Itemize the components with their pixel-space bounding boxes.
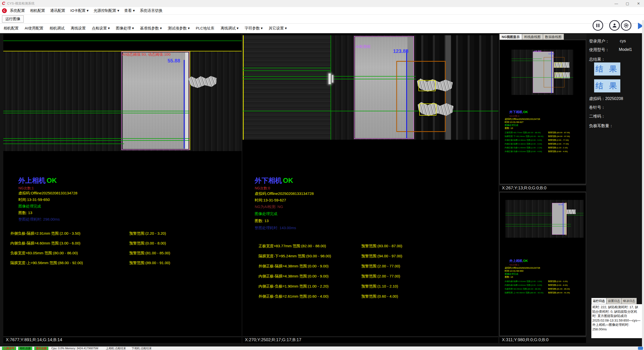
overlay-line-green xyxy=(242,111,498,111)
measurement-text: 外侧正极-隔膜=4.38mm 范围:(0.00 - 9.00) xyxy=(259,264,329,269)
menu-item-language-switch[interactable]: 系统语言切换 xyxy=(140,8,163,13)
measurement-text: 隔膜宽度-上=90.56mm 范围:(88.00 - 92.00) xyxy=(10,261,83,265)
tab-data-curve[interactable]: 数据曲线图 xyxy=(543,34,564,40)
overlay-line-yellow xyxy=(190,51,190,150)
detect-box-yellow xyxy=(419,103,436,116)
measure-line-blue xyxy=(563,202,563,235)
menu-item-comm-config[interactable]: 通讯配置 xyxy=(50,8,65,13)
measurement-text: 正极宽度=83.77mm 范围:(82.00 - 88.00) xyxy=(259,244,326,249)
electrode-sheet xyxy=(123,52,185,149)
maximize-icon[interactable]: ▢ xyxy=(622,0,633,7)
minimize-icon[interactable]: — xyxy=(611,0,622,7)
measure-line-blue xyxy=(551,51,552,93)
measurement-text: 内侧负极-隔膜=4.60mm 范围:(3.00 - 6.00) xyxy=(10,241,80,246)
lower-camera-status: 下相机:点检结束 xyxy=(132,346,152,350)
measurement-warn: 预警范围:(0.00 - 8.00) xyxy=(129,241,166,246)
measurement-warn: 预警范围:(81.00 - 85.00) xyxy=(548,288,570,290)
frame-count-text: 图数: 13 xyxy=(505,275,513,279)
model-value: Model1 xyxy=(619,47,632,52)
measurement-warn: 预警范围:(81.00 - 85.00) xyxy=(129,251,170,256)
menu-item-camera-config[interactable]: 相机配置 xyxy=(30,8,45,13)
cursor-coordinates: X:267;Y:13;R:0;G:0;B:0 xyxy=(502,186,546,191)
overlay-line-green xyxy=(3,138,190,139)
process-time-text: 整图处理耗时: 143.00ms xyxy=(255,226,296,230)
tool-other-settings[interactable]: 其它设置 ▾ xyxy=(269,26,287,31)
preview-tabs: NG视图显示 料线曲线图 数据曲线图 xyxy=(499,34,587,40)
tool-ai-use-config[interactable]: AI使用配置 xyxy=(25,26,43,31)
tab-run-log[interactable]: 运行日志 xyxy=(591,298,606,304)
edge-value-text: 55.88 xyxy=(168,58,180,64)
tool-char-params[interactable]: 字符参数 ▾ xyxy=(245,26,263,31)
roll-needle-label: 卷针号： xyxy=(589,105,605,110)
measurement-text: 内侧负极-隔膜=4.60mm 范围:(3.00 - 6.00) xyxy=(505,284,542,287)
tab-run-image[interactable]: 运行图像 xyxy=(2,15,24,23)
upper-camera-status: 上相机:点检结束 xyxy=(106,346,126,350)
ng-count-text: NG次数:1 xyxy=(18,186,34,191)
measurement-warn: 预警范围:(89.00 - 91.00) xyxy=(548,291,570,294)
result-badge-1: 结 果 xyxy=(594,62,620,76)
measurement-warn: 预警范围:(94.00 - 97.00) xyxy=(361,254,402,259)
right-camera-image[interactable]: AI检测框 123.88 xyxy=(242,35,498,140)
tool-image-processing[interactable]: 图像处理 ▾ xyxy=(116,26,134,31)
roi-box-pink xyxy=(121,51,189,150)
preview-image: AI检测框 123.88 xyxy=(511,50,573,95)
ng-count-text: NG次数:0 xyxy=(255,186,270,191)
tool-spot-check-setting[interactable]: 点检设置 ▾ xyxy=(92,26,110,31)
ai-box-label: AI检测框 xyxy=(534,50,542,53)
model-label: 使用型号： xyxy=(589,47,609,53)
scrollbar-track[interactable] xyxy=(642,20,644,346)
left-camera-image[interactable]: AI动态阈值:93, 动态阈值:100 55.88 xyxy=(3,51,242,151)
overlay-line-green xyxy=(3,113,190,113)
tool-camera-config[interactable]: 相机配置 xyxy=(4,26,19,31)
tool-baseline-params[interactable]: 基准线参数 ▾ xyxy=(140,26,162,31)
menu-item-light-config[interactable]: 光源控制配置 ▾ xyxy=(94,8,119,13)
resize-grip[interactable] xyxy=(638,347,643,350)
close-icon[interactable]: ✕ xyxy=(633,0,644,7)
ai-threshold-text: AI动态阈值:93, 动态阈值:100 xyxy=(122,52,171,57)
time-text: 时间:13-31-59-627 xyxy=(255,198,286,203)
tab-setting-log[interactable]: 设置日志 xyxy=(606,298,622,304)
roi-box-pink xyxy=(552,203,567,235)
status-bar: 心跳信号 相机连接 通讯连接 Cpu: 0.0% Memory: 3424.41… xyxy=(0,346,644,350)
info-panel: 登录用户： cys 使用型号： Model1 总结果： 结 果 结 果 虚拟码：… xyxy=(589,35,642,191)
camera-result-ok: OK xyxy=(523,110,528,114)
menu-item-system-config[interactable]: 系统配置 xyxy=(10,8,25,13)
tab-ng-view[interactable]: NG视图显示 xyxy=(499,34,522,40)
camera-name: 外下相机 xyxy=(509,110,523,114)
tool-test-item-params[interactable]: 测试项参数 ▾ xyxy=(168,26,190,31)
menu-item-io-card-config[interactable]: IO卡配置 ▾ xyxy=(70,8,89,13)
pause-button[interactable] xyxy=(593,20,603,31)
measurement-text: 内侧正极-隔膜=4.38mm 范围:(0.00 - 9.00) xyxy=(259,274,329,279)
menu-item-view[interactable]: 查看 ▾ xyxy=(124,8,135,13)
login-value: cys xyxy=(620,39,626,43)
camera-result-title: 外下相机OK xyxy=(509,110,528,114)
tool-offline-debug[interactable]: 离线调试 ▾ xyxy=(220,26,239,31)
log-content[interactable]: 耗时: 222, 缺陷检测耗时: 17, 缺陷分类耗时: 0, 缺陷提取分区耗时… xyxy=(591,304,642,338)
title-bar: C CYS-视觉检测系统 — ▢ ✕ xyxy=(0,0,644,7)
system-settings-button[interactable] xyxy=(621,20,631,31)
user-settings-button[interactable] xyxy=(609,20,620,31)
log-panel: 运行日志 设置日志 错误日志 耗时: 222, 缺陷检测耗时: 17, 缺陷分类… xyxy=(591,298,642,338)
overlay-line-green xyxy=(511,61,552,61)
measurement-warn: 预警范围:(2.00 - 77.00) xyxy=(361,264,400,269)
tab-line-curve[interactable]: 料线曲线图 xyxy=(522,34,543,40)
tool-plc-address[interactable]: PLC地址库 xyxy=(196,26,214,31)
measure-line-blue xyxy=(184,60,185,149)
measurement-text: 隔膜宽度-上=90.56mm 范围:(88.00 - 92.00) xyxy=(505,291,543,294)
guide-line-green xyxy=(3,41,242,41)
measurement-warn: 预警范围:(2.20 - 3.20) xyxy=(129,231,166,236)
edge-value-text: 123.88 xyxy=(548,53,554,55)
ng-preview-bottom[interactable]: 55.88 外上相机OK NG次数:1 虚拟码:Offline202502081… xyxy=(499,192,586,336)
tool-offline-setting[interactable]: 离线设置 xyxy=(71,26,86,31)
process-done-text: 图像处理完成 xyxy=(255,212,277,216)
measurement-text: 内侧正极-负极=1.90mm 范围:(1.00 - 2.20) xyxy=(505,146,542,149)
frame-count-text: 图数: 13 xyxy=(505,127,513,130)
left-cursor-status: X:7677;Y:891;R:14;G:14;B:14 xyxy=(3,337,242,343)
overlay-vline-green xyxy=(331,35,331,140)
tool-camera-debug[interactable]: 相机调试 xyxy=(49,26,65,31)
machine-bg-left xyxy=(242,35,331,140)
tab-error-log[interactable]: 错误日志 xyxy=(622,298,637,304)
gear-icon xyxy=(624,23,629,28)
ng-preview-top[interactable]: AI检测框 123.88 外下相机OK NG次数:0 虚拟码:Offline20… xyxy=(499,40,586,184)
window-title: CYS-视觉检测系统 xyxy=(7,1,35,6)
